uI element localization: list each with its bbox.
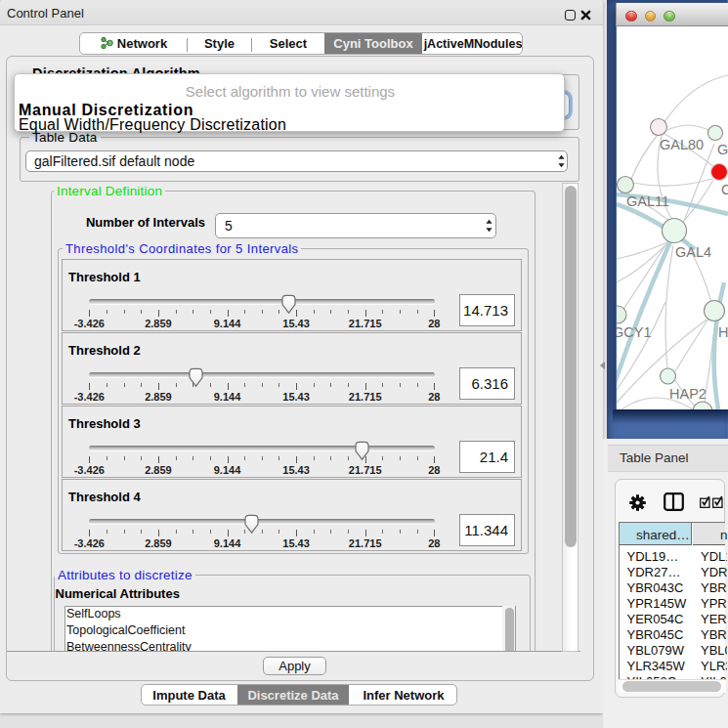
svg-text:H: H [718,324,728,340]
svg-text:HAP2: HAP2 [669,386,707,402]
svg-text:GAL4: GAL4 [675,244,711,260]
svg-text:GAL11: GAL11 [626,193,669,209]
svg-text:C: C [721,182,728,197]
svg-text:GCY1: GCY1 [617,324,652,340]
svg-text:GA: GA [717,142,728,157]
svg-text:GAL80: GAL80 [660,137,704,152]
